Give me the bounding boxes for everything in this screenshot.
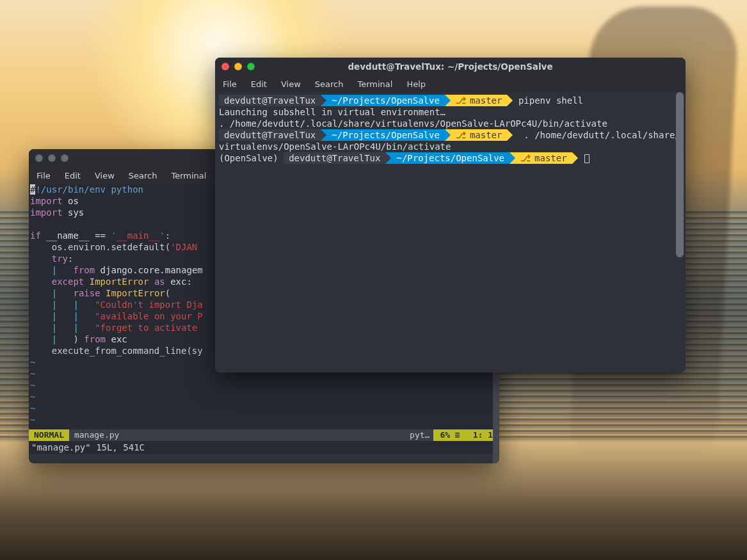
chevron-right-icon — [507, 129, 513, 141]
git-branch-icon: ⎇ — [456, 95, 466, 106]
minimize-icon[interactable] — [234, 63, 242, 70]
close-icon[interactable] — [221, 63, 229, 70]
chevron-right-icon — [445, 95, 451, 106]
chevron-right-icon — [510, 152, 515, 164]
cursor — [584, 154, 590, 163]
maximize-icon[interactable] — [247, 63, 255, 70]
prompt-segment: devdutt@TravelTux~/Projects/OpenSalve⎇ma… — [284, 152, 577, 164]
menu-edit[interactable]: Edit — [65, 171, 81, 180]
scrollbar-thumb[interactable] — [676, 92, 684, 257]
terminal-window[interactable]: devdutt@TravelTux: ~/Projects/OpenSalve … — [215, 58, 686, 372]
branch-name: master — [534, 153, 567, 163]
editor-msgbar: "manage.py" 15L, 541C — [29, 441, 499, 454]
chevron-right-icon — [321, 129, 326, 141]
chevron-right-icon — [507, 95, 513, 106]
prompt-branch: ⎇master — [451, 95, 508, 106]
prompt-host: devdutt@TravelTux — [219, 129, 321, 141]
terminal-titlebar[interactable]: devdutt@TravelTux: ~/Projects/OpenSalve — [215, 58, 686, 76]
menu-search[interactable]: Search — [129, 171, 157, 180]
command-text: pipenv shell — [518, 95, 583, 106]
chevron-right-icon — [445, 129, 451, 141]
chevron-right-icon — [385, 152, 391, 164]
git-branch-icon: ⎇ — [456, 130, 466, 140]
status-filename: manage.py — [69, 429, 124, 441]
prompt-segment: devdutt@TravelTux~/Projects/OpenSalve⎇ma… — [219, 95, 513, 106]
menu-help[interactable]: Help — [406, 79, 426, 89]
terminal-content[interactable]: devdutt@TravelTux~/Projects/OpenSalve⎇ma… — [215, 92, 686, 372]
prompt-path: ~/Projects/OpenSalve — [326, 95, 445, 106]
branch-name: master — [470, 130, 502, 140]
menu-edit[interactable]: Edit — [251, 79, 267, 89]
status-filetype: pyt… — [406, 429, 433, 441]
menu-file[interactable]: File — [223, 79, 237, 89]
terminal-scrollbar[interactable] — [676, 92, 684, 367]
minimize-icon[interactable] — [48, 154, 56, 162]
status-percent: 6% ≡ — [433, 429, 466, 441]
menu-view[interactable]: View — [95, 171, 115, 180]
traffic-lights — [35, 154, 68, 162]
prompt-branch: ⎇master — [515, 152, 572, 164]
venv-label: (OpenSalve) — [219, 153, 278, 163]
terminal-title: devdutt@TravelTux: ~/Projects/OpenSalve — [215, 61, 686, 72]
vim-mode: NORMAL — [29, 429, 69, 441]
menu-search[interactable]: Search — [315, 79, 344, 89]
maximize-icon[interactable] — [61, 154, 68, 162]
prompt-host: devdutt@TravelTux — [219, 95, 321, 106]
prompt-path: ~/Projects/OpenSalve — [391, 152, 510, 164]
menu-terminal[interactable]: Terminal — [357, 79, 392, 89]
prompt-path: ~/Projects/OpenSalve — [326, 129, 445, 141]
editor-statusbar: NORMAL manage.py pyt… 6% ≡ 1: 1 — [29, 429, 499, 441]
close-icon[interactable] — [35, 154, 43, 162]
output-line: Launching subshell in virtual environmen… — [219, 106, 682, 118]
prompt-host: devdutt@TravelTux — [284, 152, 385, 164]
branch-name: master — [470, 95, 502, 106]
prompt-segment: devdutt@TravelTux~/Projects/OpenSalve⎇ma… — [219, 129, 513, 141]
git-branch-icon: ⎇ — [520, 153, 531, 163]
menu-terminal[interactable]: Terminal — [171, 171, 206, 180]
traffic-lights — [221, 63, 255, 70]
status-spacer — [124, 429, 406, 441]
terminal-menubar: File Edit View Search Terminal Help — [215, 76, 686, 92]
prompt-branch: ⎇master — [451, 129, 508, 141]
output-line: . /home/devdutt/.local/share/virtualenvs… — [219, 118, 682, 129]
menu-view[interactable]: View — [281, 79, 301, 89]
chevron-right-icon — [572, 152, 578, 164]
chevron-right-icon — [321, 95, 326, 106]
menu-file[interactable]: File — [36, 171, 51, 180]
